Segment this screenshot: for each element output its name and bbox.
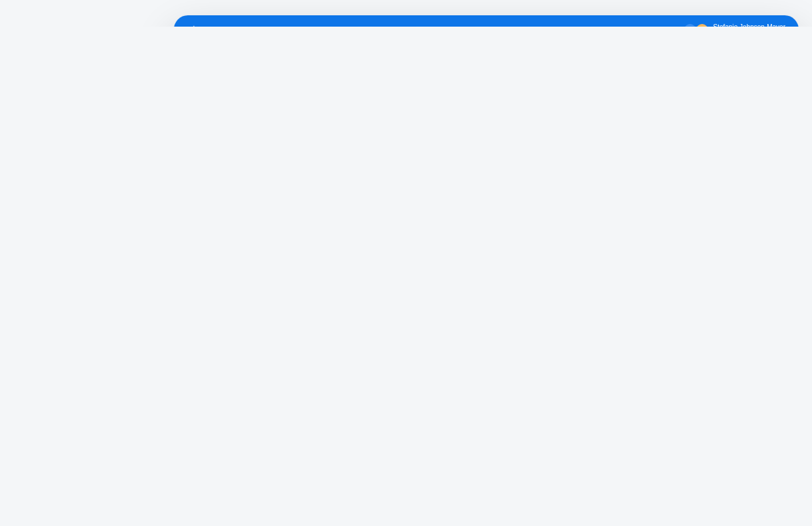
avatar <box>696 24 708 27</box>
nav-newsfeed[interactable]: NEWSFEED <box>431 17 475 27</box>
app-logo-icon <box>187 23 201 27</box>
nav-reports[interactable]: REPORTS <box>490 17 527 27</box>
user-menu[interactable]: Stefanie Johnson-Mayer Soho <box>696 23 785 27</box>
user-name: Stefanie Johnson-Mayer <box>713 23 785 27</box>
top-nav: DASHBOARDSCHEDULETASKSMESSAGESNEWSFEEDRE… <box>174 15 799 27</box>
nav-schedule[interactable]: SCHEDULE <box>275 17 318 27</box>
desktop-app: DASHBOARDSCHEDULETASKSMESSAGESNEWSFEEDRE… <box>173 15 799 27</box>
nav-dashboard[interactable]: DASHBOARD <box>211 17 260 27</box>
nav-messages[interactable]: MESSAGES <box>372 17 416 27</box>
info-icon[interactable] <box>684 24 696 27</box>
nav-tasks[interactable]: TASKS <box>332 17 358 27</box>
nav-time clock[interactable]: TIME CLOCK <box>542 17 590 27</box>
